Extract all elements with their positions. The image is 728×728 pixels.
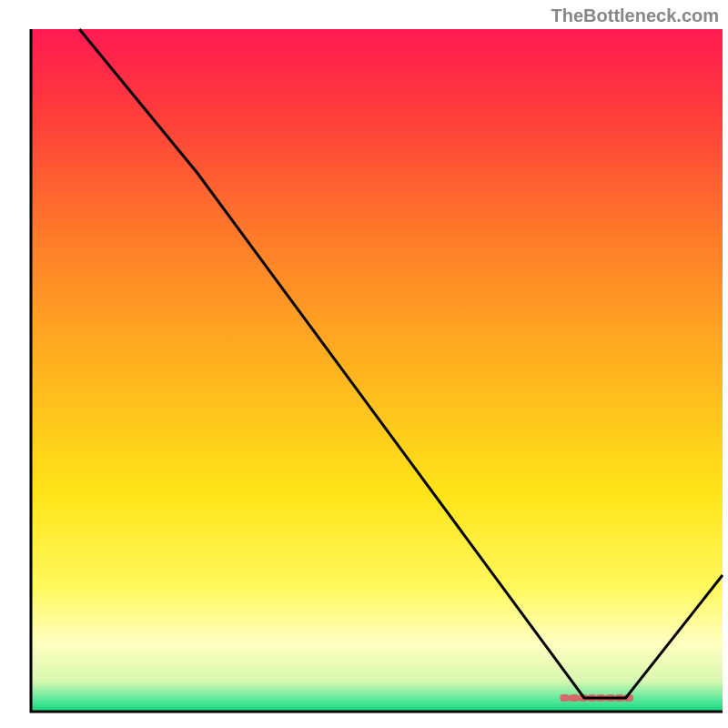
chart-background (31, 29, 723, 712)
bottleneck-chart (0, 0, 728, 728)
chart-container: TheBottleneck.com (0, 0, 728, 728)
watermark-text: TheBottleneck.com (551, 5, 719, 26)
